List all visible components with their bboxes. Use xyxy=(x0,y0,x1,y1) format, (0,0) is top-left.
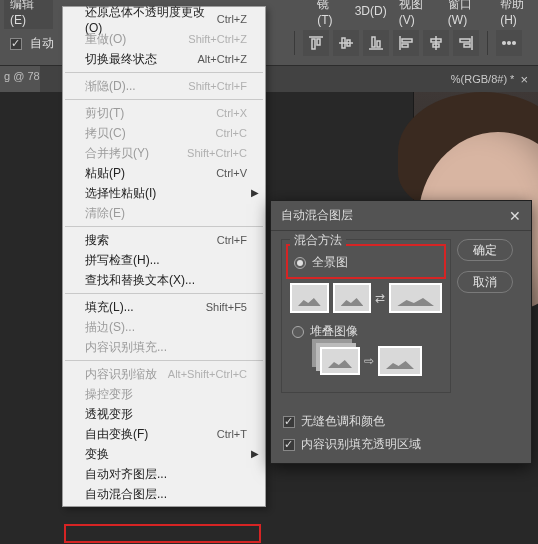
thumb-icon xyxy=(378,346,422,376)
align-left-icon[interactable] xyxy=(393,30,419,56)
menu-filter[interactable]: 镜(T) xyxy=(317,0,342,27)
menu-item[interactable]: 自动混合图层... xyxy=(63,484,265,504)
highlight-annotation-2: 全景图 xyxy=(286,244,446,279)
menu-item[interactable]: 切换最终状态Alt+Ctrl+Z xyxy=(63,49,265,69)
menu-item[interactable]: 透视变形 xyxy=(63,404,265,424)
auto-blend-dialog: 自动混合图层 ✕ 混合方法 全景图 ⇄ 堆叠图像 xyxy=(270,200,532,464)
radio-stack-label: 堆叠图像 xyxy=(310,323,358,340)
menu-item: 描边(S)... xyxy=(63,317,265,337)
menu-view[interactable]: 视图(V) xyxy=(399,0,436,27)
edit-menu: 还原总体不透明度更改(O)Ctrl+Z重做(O)Shift+Ctrl+Z切换最终… xyxy=(62,6,266,507)
menu-item: 内容识别缩放Alt+Shift+Ctrl+C xyxy=(63,364,265,384)
check-seamless-label: 无缝色调和颜色 xyxy=(301,413,385,430)
menu-item: 重做(O)Shift+Ctrl+Z xyxy=(63,29,265,49)
align-bottom-icon[interactable] xyxy=(363,30,389,56)
align-top-icon[interactable] xyxy=(303,30,329,56)
menu-item[interactable]: 选择性粘贴(I)▶ xyxy=(63,183,265,203)
auto-checkbox[interactable] xyxy=(10,38,22,50)
radio-stack[interactable] xyxy=(292,326,304,338)
ok-button[interactable]: 确定 xyxy=(457,239,513,261)
svg-point-0 xyxy=(503,42,506,45)
chevron-right-icon: ▶ xyxy=(251,448,259,459)
menu-item[interactable]: 还原总体不透明度更改(O)Ctrl+Z xyxy=(63,9,265,29)
thumb-icon xyxy=(290,283,329,313)
menu-item[interactable]: 粘贴(P)Ctrl+V xyxy=(63,163,265,183)
svg-point-2 xyxy=(513,42,516,45)
radio-panorama[interactable] xyxy=(294,257,306,269)
arrow-icon: ⇄ xyxy=(375,291,385,305)
menu-item[interactable]: 拼写检查(H)... xyxy=(63,250,265,270)
close-icon[interactable]: ✕ xyxy=(509,208,521,224)
menu-item: 操控变形 xyxy=(63,384,265,404)
close-tab-icon[interactable]: × xyxy=(520,72,528,87)
menu-item[interactable]: 变换▶ xyxy=(63,444,265,464)
panorama-thumbs: ⇄ xyxy=(290,283,442,313)
tool-options xyxy=(290,24,538,62)
auto-label: 自动 xyxy=(30,35,54,52)
cancel-button[interactable]: 取消 xyxy=(457,271,513,293)
svg-point-1 xyxy=(508,42,511,45)
thumb-icon xyxy=(389,283,442,313)
menu-item[interactable]: 填充(L)...Shift+F5 xyxy=(63,297,265,317)
menu-item: 渐隐(D)...Shift+Ctrl+F xyxy=(63,76,265,96)
menu-item[interactable]: 查找和替换文本(X)... xyxy=(63,270,265,290)
menu-item: 合并拷贝(Y)Shift+Ctrl+C xyxy=(63,143,265,163)
menu-item[interactable]: 自由变换(F)Ctrl+T xyxy=(63,424,265,444)
chevron-right-icon: ▶ xyxy=(251,187,259,198)
menu-item[interactable]: 自动对齐图层... xyxy=(63,464,265,484)
menu-edit[interactable]: 编辑(E) xyxy=(4,0,53,29)
blend-method-group: 混合方法 全景图 ⇄ 堆叠图像 ⇨ xyxy=(281,239,451,393)
menu-item[interactable]: 搜索Ctrl+F xyxy=(63,230,265,250)
menu-item: 内容识别填充... xyxy=(63,337,265,357)
arrow-icon: ⇨ xyxy=(364,354,374,368)
align-right-icon[interactable] xyxy=(453,30,479,56)
dialog-title: 自动混合图层 xyxy=(281,207,353,224)
stack-thumbs: ⇨ xyxy=(290,346,442,376)
radio-panorama-label: 全景图 xyxy=(312,254,348,271)
legend-label: 混合方法 xyxy=(290,232,346,249)
menu-3d[interactable]: 3D(D) xyxy=(355,4,387,18)
thumb-icon xyxy=(333,283,372,313)
menu-item: 剪切(T)Ctrl+X xyxy=(63,103,265,123)
check-caf-label: 内容识别填充透明区域 xyxy=(301,436,421,453)
more-icon[interactable] xyxy=(496,30,522,56)
document-tab[interactable]: %(RGB/8#) * xyxy=(451,73,515,85)
menu-item: 清除(E) xyxy=(63,203,265,223)
menu-help[interactable]: 帮助(H) xyxy=(500,0,538,27)
align-vcenter-icon[interactable] xyxy=(333,30,359,56)
menu-item: 拷贝(C)Ctrl+C xyxy=(63,123,265,143)
align-hcenter-icon[interactable] xyxy=(423,30,449,56)
check-seamless[interactable] xyxy=(283,416,295,428)
thumb-stack-icon xyxy=(320,347,360,375)
check-caf[interactable] xyxy=(283,439,295,451)
menu-window[interactable]: 窗口(W) xyxy=(448,0,488,27)
